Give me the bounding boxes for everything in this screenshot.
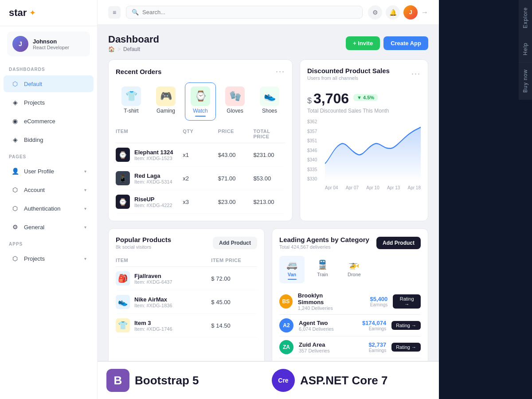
- sidebar-user[interactable]: J Johnson React Developer: [7, 31, 90, 56]
- add-product-button[interactable]: Add Product: [213, 237, 257, 249]
- section-apps-label: APPS: [0, 236, 97, 249]
- item-info: 🎒 Fjallraven Item: #XDG-6437: [116, 271, 207, 286]
- topbar-avatar[interactable]: J: [403, 5, 418, 20]
- item-price: $43.00: [218, 152, 250, 158]
- discounted-sales-card: Discounted Product Sales Users from all …: [300, 59, 428, 221]
- agents-add-button[interactable]: Add Product: [376, 237, 421, 249]
- buy-now-button[interactable]: Buy now: [519, 62, 532, 100]
- item-price: $23.00: [218, 199, 250, 205]
- home-icon: 🏠: [108, 46, 115, 52]
- item-image: ⌚: [116, 195, 130, 209]
- gloves-icon: 🧤: [225, 86, 245, 106]
- category-tabs: 👕 T-shirt 🎮 Gaming ⌚ Watch 🧤 Glove: [116, 82, 285, 121]
- category-tab-watch[interactable]: ⌚ Watch: [185, 82, 216, 121]
- main-content: ≡ 🔍 ⚙ 🔔 J → Dashboard 🏠 > Default +: [98, 0, 439, 399]
- item-info: ⌚ Elephant 1324 Item: #XDG-1523: [116, 148, 179, 162]
- invite-button[interactable]: + Invite: [346, 36, 380, 50]
- item-details: Fjallraven Item: #XDG-6437: [134, 273, 172, 285]
- explore-button[interactable]: Explore: [519, 0, 532, 35]
- item-image: 📱: [116, 171, 130, 185]
- agent-earnings-area: $174,074 Earnings: [351, 320, 386, 331]
- sidebar-item-user-profile[interactable]: 👤 User Profile ▾: [4, 163, 94, 180]
- user-icon: 👤: [11, 167, 20, 176]
- breadcrumb-separator: >: [117, 46, 121, 52]
- sidebar-item-apps-projects[interactable]: ⬡ Projects ▾: [4, 250, 94, 267]
- earnings-label: Earnings: [351, 348, 386, 353]
- page-title: Dashboard: [108, 34, 159, 45]
- rating-button[interactable]: Rating →: [391, 343, 421, 352]
- sidebar-item-ecommerce[interactable]: ◉ eCommerce: [4, 113, 94, 129]
- earnings-label: Earnings: [351, 326, 386, 331]
- category-tab-tshirt[interactable]: 👕 T-shirt: [116, 82, 147, 121]
- item-id: Item: #XDG-1523: [134, 156, 173, 161]
- item-image: 👕: [116, 318, 130, 332]
- sidebar-item-general[interactable]: ⚙ General ▾: [4, 219, 94, 235]
- notification-button[interactable]: 🔔: [386, 5, 400, 20]
- drone-label: Drone: [348, 272, 361, 277]
- agents-subtitle: Total 424,567 deliveries: [279, 244, 369, 250]
- item-price: $ 45.00: [211, 299, 257, 305]
- agent-tab-train[interactable]: 🚆 Train: [310, 256, 335, 283]
- right-panel: Explore Help Buy now: [439, 0, 532, 399]
- sales-more-button[interactable]: ···: [411, 69, 421, 78]
- category-tab-gloves[interactable]: 🧤 Gloves: [219, 82, 250, 121]
- help-button[interactable]: Help: [519, 35, 532, 63]
- category-tab-gaming[interactable]: 🎮 Gaming: [150, 82, 181, 121]
- project-icon: ◈: [11, 98, 20, 107]
- account-icon: ⬡: [11, 185, 20, 194]
- gaming-icon: 🎮: [156, 86, 176, 106]
- item-price: $ 72.00: [211, 275, 257, 282]
- item-id: Item: #XDG-4222: [134, 203, 172, 208]
- sidebar-item-bidding[interactable]: ◈ Bidding: [4, 131, 94, 148]
- col-total: TOTAL PRICE: [253, 129, 285, 139]
- agents-title: Leading Agents by Category: [279, 236, 369, 243]
- shoes-icon: 👟: [260, 86, 279, 106]
- more-options-button[interactable]: ···: [276, 67, 285, 76]
- avatar: J: [12, 36, 28, 52]
- agent-earnings: $2,737: [351, 341, 386, 348]
- sidebar-item-projects[interactable]: ◈ Projects: [4, 94, 94, 111]
- sidebar-item-default[interactable]: ⬡ Default: [4, 75, 94, 92]
- arrow-right-icon[interactable]: →: [421, 8, 428, 16]
- sales-badge: ▼ 4.5%: [353, 94, 378, 101]
- settings-button[interactable]: ⚙: [368, 5, 382, 20]
- tshirt-icon: 👕: [121, 86, 141, 106]
- agent-name: Zuid Area: [299, 341, 330, 348]
- breadcrumb-current: Default: [123, 46, 140, 52]
- agent-tab-van[interactable]: 🚐 Van: [279, 256, 305, 283]
- table-row: 📱 Red Laga Item: #XDG-5314 x2 $71.00 $53…: [116, 167, 285, 190]
- orders-table-header: ITEM QTY PRICE TOTAL PRICE: [116, 127, 285, 143]
- products-table-header: ITEM ITEM PRICE: [116, 256, 257, 267]
- logo-text: star: [9, 7, 27, 19]
- y-label: $335: [307, 167, 325, 172]
- item-details: Red Laga Item: #XDG-5314: [134, 172, 172, 184]
- aspnet-name: ASP.NET Core 7: [300, 374, 387, 387]
- sidebar-item-authentication[interactable]: ⬡ Authentication ▾: [4, 200, 94, 217]
- item-details: Nike AirMax Item: #XDG-1836: [134, 296, 172, 308]
- agent-details: Brooklyn Simmons 1,240 Deliveries: [298, 292, 347, 311]
- bootstrap-icon: B: [106, 369, 129, 392]
- line-chart: [325, 119, 421, 181]
- agent-tab-drone[interactable]: 🚁 Drone: [340, 256, 368, 283]
- agent-deliveries: 1,240 Deliveries: [298, 305, 347, 311]
- rating-button[interactable]: Rating →: [393, 294, 421, 309]
- item-total: $53.00: [253, 175, 285, 182]
- item-info: 📱 Red Laga Item: #XDG-5314: [116, 171, 179, 185]
- sales-title-area: Discounted Product Sales Users from all …: [307, 67, 390, 81]
- sidebar-item-account[interactable]: ⬡ Account ▾: [4, 181, 94, 198]
- sidebar-logo: star ✦: [0, 0, 97, 26]
- collapse-sidebar-button[interactable]: ≡: [108, 6, 121, 19]
- train-label: Train: [317, 272, 328, 277]
- search-input[interactable]: [142, 9, 357, 16]
- agent-deliveries: 6,074 Deliveries: [299, 326, 334, 332]
- category-tab-shoes[interactable]: 👟 Shoes: [254, 82, 285, 121]
- bottom-overlay: B Bootstrap 5 Cre ASP.NET Core 7: [98, 361, 439, 399]
- create-app-button[interactable]: Create App: [383, 36, 428, 50]
- item-total: $231.00: [253, 152, 285, 158]
- sidebar-item-label: Bidding: [24, 137, 43, 143]
- user-role: React Developer: [33, 45, 69, 50]
- rating-button[interactable]: Rating →: [391, 321, 421, 330]
- sidebar-item-label: Default: [24, 81, 42, 87]
- drone-icon: 🚁: [348, 259, 360, 270]
- item-image: 🎒: [116, 271, 130, 286]
